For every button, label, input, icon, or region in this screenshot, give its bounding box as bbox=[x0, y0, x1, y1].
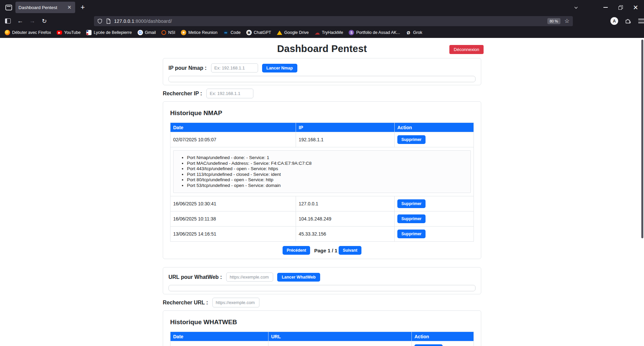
s-badge-icon: S bbox=[349, 30, 354, 35]
delete-button[interactable]: Supprimer bbox=[397, 135, 426, 144]
orange-ring-icon bbox=[161, 30, 166, 35]
column-header-action: Action bbox=[412, 332, 474, 341]
zoom-level-badge[interactable]: 80 % bbox=[547, 18, 560, 24]
sidebar-toggle-icon[interactable] bbox=[4, 17, 12, 25]
table-row[interactable]: 16/06/2025 10:30:41 127.0.0.1 Supprimer bbox=[170, 196, 474, 211]
bookmark-item[interactable]: ▶YouTube bbox=[57, 30, 81, 35]
bookmark-item[interactable]: Débuter avec Firefox bbox=[5, 30, 51, 35]
account-avatar[interactable]: A bbox=[610, 17, 618, 25]
bookmark-star-icon[interactable]: ☆ bbox=[564, 17, 569, 24]
youtube-icon: ▶ bbox=[57, 31, 62, 35]
logout-button[interactable]: Déconnexion bbox=[449, 45, 484, 54]
page-indicator: Page 1 / 1 bbox=[314, 248, 337, 253]
column-header-date: Date bbox=[170, 332, 268, 341]
page-content: Déconnexion Dashboard Pentest IP pour Nm… bbox=[0, 43, 644, 346]
url-bar[interactable]: 127.0.0.1:8000/dashboard/ 80 % ☆ bbox=[94, 16, 573, 26]
whatweb-url-label: URL pour WhatWeb : bbox=[168, 274, 222, 280]
port-detail: Port 53/tcp/undefined - open - Service: … bbox=[187, 183, 467, 189]
page-info-icon[interactable] bbox=[106, 18, 111, 24]
scan-date: 02/07/2025 10:05:46 bbox=[170, 341, 268, 346]
table-row[interactable]: 16/06/2025 10:11:38 104.16.248.249 Suppr… bbox=[170, 211, 474, 227]
tab-close-icon[interactable]: ✕ bbox=[66, 4, 72, 10]
forward-icon: → bbox=[28, 17, 36, 25]
table-row[interactable]: 02/07/2025 10:05:46 http://testphp.vulnw… bbox=[170, 341, 474, 346]
nmap-ip-input[interactable] bbox=[211, 63, 258, 72]
scan-date: 02/07/2025 10:05:07 bbox=[170, 132, 296, 147]
launch-nmap-button[interactable]: Lancer Nmap bbox=[262, 64, 297, 72]
next-page-button[interactable]: Suivant bbox=[339, 246, 361, 255]
search-url-label: Rechercher URL : bbox=[163, 300, 208, 306]
bookmark-item[interactable]: ∗ChatGPT bbox=[246, 30, 271, 35]
port-detail: Port 80/tcp/undefined - open - Service: … bbox=[187, 177, 467, 183]
whatweb-url-input[interactable] bbox=[226, 273, 273, 282]
page-icon bbox=[86, 30, 92, 35]
scan-date: 16/06/2025 10:30:41 bbox=[170, 196, 296, 211]
table-row-details: Port Nmap/undefined - done: - Service: 1… bbox=[170, 147, 474, 196]
new-tab-button[interactable]: + bbox=[81, 4, 85, 11]
launch-whatweb-button[interactable]: Lancer WhatWeb bbox=[277, 273, 320, 282]
delete-button[interactable]: Supprimer bbox=[397, 214, 426, 223]
port-detail: Port MAC/undefined - Address: - Service:… bbox=[187, 161, 467, 166]
back-icon[interactable]: ← bbox=[16, 17, 24, 25]
page-title: Dashboard Pentest bbox=[0, 43, 644, 54]
cloud-icon: ☁ bbox=[314, 30, 320, 35]
scrollbar-thumb[interactable] bbox=[641, 40, 643, 238]
bookmark-item[interactable]: NSI bbox=[161, 30, 175, 35]
tab-title: Dashboard Pentest bbox=[18, 5, 66, 10]
extensions-puzzle-icon[interactable] bbox=[625, 18, 631, 24]
nmap-history-card: Historique NMAP Date IP Action 02/07/202… bbox=[163, 101, 481, 259]
column-header-date: Date bbox=[170, 123, 296, 132]
restore-button[interactable] bbox=[615, 0, 626, 15]
scan-ip: 104.16.248.249 bbox=[296, 211, 395, 227]
nmap-history-table: Date IP Action 02/07/2025 10:05:07 192.1… bbox=[170, 122, 474, 242]
bookmark-item[interactable]: Metice Reunion bbox=[181, 30, 217, 35]
whatweb-output-bar bbox=[168, 285, 476, 291]
column-header-url: URL bbox=[268, 332, 412, 341]
bookmark-item[interactable]: Google Drive bbox=[277, 30, 309, 35]
table-row[interactable]: 13/06/2025 14:16:51 45.33.32.156 Supprim… bbox=[170, 227, 474, 242]
drive-triangle-icon bbox=[277, 31, 282, 35]
minimize-button[interactable] bbox=[600, 0, 610, 15]
whatweb-history-heading: Historique WHATWEB bbox=[170, 318, 474, 326]
sun-icon bbox=[181, 30, 186, 35]
port-detail: Port 443/tcp/undefined - open - Service:… bbox=[187, 166, 467, 172]
firefox-view-icon[interactable] bbox=[5, 5, 12, 10]
google-g-icon: G bbox=[138, 30, 143, 35]
tab-dashboard-pentest[interactable]: Dashboard Pentest ✕ bbox=[15, 2, 75, 13]
delete-button[interactable]: Supprimer bbox=[397, 230, 426, 238]
bookmark-item[interactable]: ∞Code bbox=[223, 30, 241, 35]
tab-bar: Dashboard Pentest ✕ + ✕ bbox=[0, 0, 644, 15]
port-detail: Port Nmap/undefined - done: - Service: 1 bbox=[187, 155, 467, 161]
scan-date: 16/06/2025 10:11:38 bbox=[170, 211, 296, 227]
search-ip-label: Rechercher IP : bbox=[163, 91, 202, 97]
bookmark-item[interactable]: SPortfolio de Assad AK... bbox=[349, 30, 400, 35]
delete-button[interactable]: Supprimer bbox=[397, 199, 426, 208]
list-tabs-chevron-icon[interactable] bbox=[571, 0, 581, 15]
window-close-button[interactable]: ✕ bbox=[631, 0, 641, 15]
nmap-output-bar bbox=[168, 76, 476, 82]
scan-date: 13/06/2025 14:16:51 bbox=[170, 227, 296, 242]
column-header-ip: IP bbox=[296, 123, 395, 132]
table-row[interactable]: 02/07/2025 10:05:07 192.168.1.1 Supprime… bbox=[170, 132, 474, 147]
scan-ip: 127.0.0.1 bbox=[296, 196, 395, 211]
nmap-history-heading: Historique NMAP bbox=[170, 109, 474, 117]
bookmark-item[interactable]: ☁TryHackMe bbox=[314, 30, 343, 35]
previous-page-button[interactable]: Précédent bbox=[283, 246, 310, 255]
whatweb-history-table: Date URL Action 02/07/2025 10:05:46 http… bbox=[170, 332, 474, 346]
scan-url: http://testphp.vulnweb.com bbox=[268, 341, 412, 346]
scan-ip: 192.168.1.1 bbox=[296, 132, 395, 147]
search-ip-input[interactable] bbox=[206, 89, 253, 98]
browser-window: Dashboard Pentest ✕ + ✕ ← → ↻ 127.0.0.1:… bbox=[0, 0, 644, 346]
reload-icon[interactable]: ↻ bbox=[40, 17, 48, 25]
search-url-input[interactable] bbox=[212, 298, 259, 307]
bookmark-item[interactable]: GGmail bbox=[138, 30, 156, 35]
whatweb-history-card: Historique WHATWEB Date URL Action 02/07… bbox=[163, 310, 481, 346]
shield-icon[interactable] bbox=[97, 18, 102, 24]
bookmark-item[interactable]: ØGrok bbox=[406, 30, 422, 35]
bookmarks-toolbar: Débuter avec Firefox ▶YouTube Lycée de B… bbox=[0, 27, 644, 38]
bookmark-item[interactable]: Lycée de Bellepierre bbox=[86, 30, 132, 35]
delete-button[interactable]: Supprimer bbox=[414, 344, 443, 346]
slashed-circle-icon: Ø bbox=[406, 30, 411, 35]
menu-hamburger-icon[interactable] bbox=[638, 18, 644, 24]
nmap-launch-card: IP pour Nmap : Lancer Nmap bbox=[163, 58, 481, 85]
